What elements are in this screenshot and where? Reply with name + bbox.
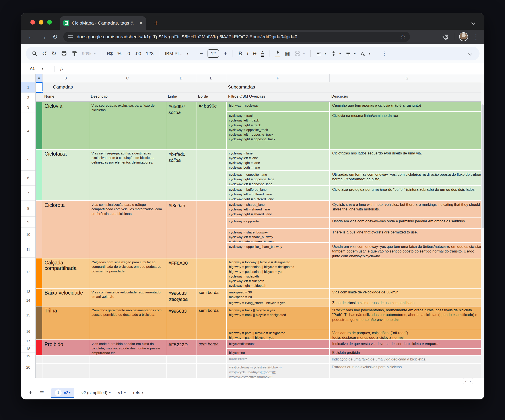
cell-borda[interactable] xyxy=(196,150,226,200)
cell-filtros[interactable]: cycleway = opposite_share_busway xyxy=(227,243,329,258)
selected-cell-a1[interactable] xyxy=(36,82,43,93)
font-select[interactable]: IBM Pl... xyxy=(165,51,184,56)
cell-filtros[interactable]: highway = footway || bicycle = designate… xyxy=(227,259,329,288)
extra-row-19[interactable]: bicycle:lanes=* Indicação de uma faixa d… xyxy=(36,355,484,363)
cell-sub-descricao[interactable]: Usada em vias com oneway=yes que tèm uma… xyxy=(329,243,484,258)
column-header-g[interactable]: G xyxy=(330,74,484,82)
column-header-e[interactable]: E xyxy=(196,74,226,82)
cell-borda[interactable]: sem borda xyxy=(196,289,226,306)
cell-filtros[interactable]: cycleway = share_busway cycleway:left = … xyxy=(227,229,329,242)
new-tab-button[interactable]: + xyxy=(154,19,158,27)
cell-filtros[interactable]: bicycle=dismount xyxy=(227,340,329,348)
layer-color-strip[interactable] xyxy=(36,102,42,149)
cell-borda[interactable]: #4ba96e xyxy=(196,102,226,149)
cell-linha[interactable]: #996633tracejada xyxy=(166,289,196,306)
cell-filtros[interactable]: highway = path || bicycle = designated h… xyxy=(227,329,329,340)
cell-descricao[interactable]: Calçadas com sinalização para circulação… xyxy=(89,259,166,288)
cell-filtros[interactable]: maxspeed = 30 maxspeed = 20 xyxy=(227,289,329,298)
decrease-font-size-button[interactable]: − xyxy=(200,50,203,57)
sheet-tab-v1[interactable]: v1▾ xyxy=(118,390,126,395)
zoom-select[interactable]: 90% xyxy=(82,51,91,56)
borders-button[interactable]: ▦ xyxy=(285,50,290,57)
layer-color-strip[interactable] xyxy=(36,201,42,258)
cell-filtros[interactable]: cycleway = buffered_lane cycleway:left =… xyxy=(227,186,329,200)
cell-descricao[interactable]: Vias sem segregação física destinadas ex… xyxy=(89,150,166,200)
cell-nome[interactable]: Trilha xyxy=(42,307,89,340)
cell-nome[interactable]: Proibido xyxy=(42,340,89,355)
minimize-window-button[interactable] xyxy=(39,20,44,25)
extensions-icon[interactable] xyxy=(442,33,449,40)
cell-filtros[interactable]: highway = living_street || bicycle = yes xyxy=(227,299,329,306)
cell-sub-descricao[interactable]: Ciclovia na mesma linha/caminho da rua xyxy=(329,112,484,149)
cell-sub-descricao[interactable]: Cyclists share a lane with motor vehicle… xyxy=(329,201,484,217)
fill-handle[interactable] xyxy=(41,91,43,93)
row-header-20[interactable]: 20 xyxy=(21,360,35,375)
sheet-tab-v2[interactable]: 1 v2 ▾ xyxy=(51,388,74,398)
more-formats-button[interactable]: 123 xyxy=(146,51,153,56)
all-sheets-icon[interactable]: ≡ xyxy=(40,389,44,396)
layer-color-strip[interactable] xyxy=(36,289,42,306)
cell-linha[interactable]: #996633 xyxy=(166,307,196,340)
cell-sub-descricao[interactable]: Ciclofaixas nos lados esquerdo e/ou dire… xyxy=(329,150,484,170)
extra-row-20[interactable]: way['cycleway'=cyclestreet]({{bbox}}); w… xyxy=(36,363,484,378)
redo-icon[interactable]: ↻ xyxy=(52,50,57,57)
format-currency-button[interactable]: R$ xyxy=(107,51,113,56)
cell-sub-descricao[interactable]: "Track": Vias não pavimentadas, normalme… xyxy=(329,307,484,329)
browser-tab[interactable]: CicloMapa - Camadas, tags & × xyxy=(60,16,146,30)
row-header-1[interactable]: 1 xyxy=(21,82,35,93)
font-size-input[interactable]: 12 xyxy=(208,49,219,58)
layer-row-calcada-compartilhada[interactable]: Calçada compartilhada Calçadas com sinal… xyxy=(36,258,484,288)
maximize-window-button[interactable] xyxy=(47,20,52,25)
select-all-corner[interactable] xyxy=(21,74,36,82)
cell-sub-descricao[interactable]: Vias dentro de parques, calçadões. ("off… xyxy=(329,329,484,340)
cell-descricao[interactable]: Vias com sinalização para o tráfego comp… xyxy=(89,201,166,258)
row-header-4[interactable]: 4 xyxy=(21,112,35,150)
print-icon[interactable] xyxy=(61,51,67,56)
cell-borda[interactable]: sem borda xyxy=(196,307,226,340)
name-box[interactable]: A1 xyxy=(30,66,35,71)
address-bar[interactable]: docs.google.com/spreadsheets/d/1grTpS1Nr… xyxy=(63,32,410,42)
cell-filtros[interactable]: bicycle=no xyxy=(227,349,329,355)
cell-sub-descricao[interactable]: Vias com limite de velocidade de 30km/h xyxy=(329,289,484,298)
sheet-tab-v2-simplified[interactable]: v2 (simplified)▾ xyxy=(82,390,111,395)
layer-row-ciclovia[interactable]: Ciclovia Vias segregadas exclusivas para… xyxy=(36,102,484,149)
cell-nome[interactable]: Calçada compartilhada xyxy=(42,259,89,288)
row-header-16[interactable]: 16 xyxy=(21,326,35,337)
layer-row-baixa-velocidade[interactable]: Baixa velocidade Vias com limite de velo… xyxy=(36,288,484,306)
increase-decimals-button[interactable]: .00 xyxy=(135,51,141,56)
header-row[interactable]: Nome Descrição Linha Borda Filtros OSM O… xyxy=(36,93,484,102)
merge-cells-button[interactable] xyxy=(295,51,300,56)
cell-filtros[interactable]: cycleway = opposite_lane cycleway:right … xyxy=(227,171,329,185)
cell-descricao[interactable]: Vias onde é proibido pedalar em cima da … xyxy=(89,340,166,355)
increase-font-size-button[interactable]: + xyxy=(224,50,227,57)
italic-button[interactable]: I xyxy=(247,51,248,56)
close-tab-icon[interactable]: × xyxy=(139,20,143,26)
layer-row-ciclofaixa[interactable]: Ciclofaixa Vias sem segregação física de… xyxy=(36,149,484,200)
profile-avatar[interactable] xyxy=(459,32,468,41)
row-header-18[interactable]: 18 xyxy=(21,346,35,352)
scroll-left-icon[interactable]: ‹ xyxy=(465,379,467,383)
text-color-button[interactable]: A xyxy=(261,50,264,57)
row-header-6[interactable]: 6 xyxy=(21,171,35,186)
cell-borda[interactable] xyxy=(196,259,226,288)
row-header-5[interactable]: 5 xyxy=(21,150,35,171)
column-header-f[interactable]: F xyxy=(226,74,330,82)
reload-icon[interactable]: ↻ xyxy=(52,33,57,41)
format-percent-button[interactable]: % xyxy=(117,51,122,56)
bold-button[interactable]: B xyxy=(238,51,242,57)
row-header-10[interactable]: 10 xyxy=(21,228,35,242)
cell-filtros[interactable]: way['cycleway'=cyclestreet]({{bbox}}); w… xyxy=(226,364,329,378)
sheet-tab-refs[interactable]: refs▾ xyxy=(133,390,143,395)
cell-sub-descricao[interactable]: Usada em vias com oneway=yes onde é perm… xyxy=(329,217,484,228)
row-header-13[interactable]: 13 xyxy=(21,287,35,297)
cell-linha[interactable]: #F5222D xyxy=(166,340,196,355)
add-sheet-button[interactable]: + xyxy=(29,389,32,396)
cell-sub-descricao[interactable]: Estradas ou ruas exclusivas para bicicle… xyxy=(329,364,484,378)
row-header-14[interactable]: 14 xyxy=(21,297,35,304)
layer-color-strip[interactable] xyxy=(36,307,42,340)
vertical-scrollbar[interactable] xyxy=(481,82,484,378)
row-header-2[interactable]: 2 xyxy=(21,93,35,103)
scroll-right-icon[interactable]: › xyxy=(470,379,471,383)
cell-nome[interactable]: Ciclorota xyxy=(42,201,89,258)
cell-sub-descricao[interactable]: Indicativo de que nesta via deve-se desc… xyxy=(329,340,484,348)
